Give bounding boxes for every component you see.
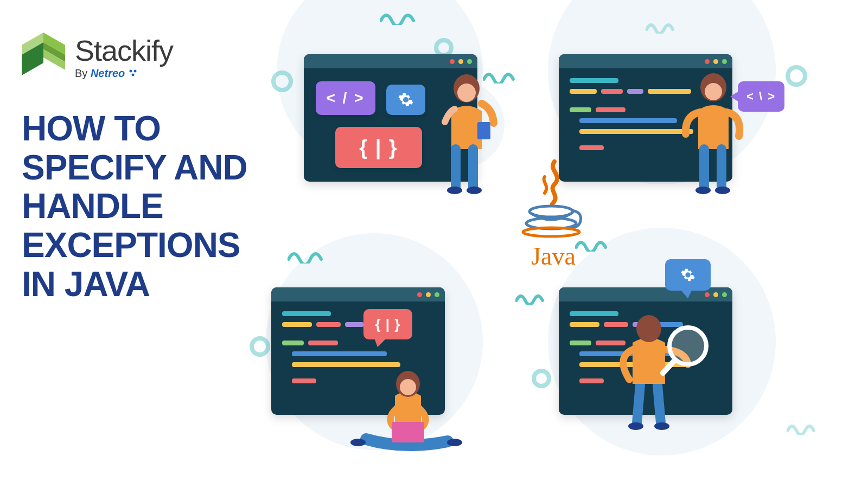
person-illustration (445, 73, 494, 187)
brand-byline: By Netreo (75, 67, 173, 80)
svg-point-27 (636, 315, 661, 342)
svg-point-32 (523, 228, 579, 236)
svg-point-15 (705, 83, 722, 100)
code-tag-badge: < / > (316, 81, 375, 115)
svg-point-25 (628, 422, 643, 430)
svg-marker-24 (680, 290, 692, 298)
braces-badge: { | } (335, 127, 422, 168)
svg-point-12 (467, 187, 482, 194)
svg-point-22 (350, 439, 366, 446)
gear-bubble (665, 259, 711, 291)
person-seated-illustration (347, 358, 456, 450)
brand-logo: Stackify By Netreo (22, 33, 250, 82)
netreo-dots-icon (129, 69, 139, 77)
svg-point-17 (715, 187, 730, 194)
svg-point-16 (695, 187, 711, 194)
svg-marker-18 (374, 338, 386, 347)
gear-badge (386, 85, 425, 115)
gear-icon (680, 267, 695, 282)
svg-rect-10 (477, 122, 490, 139)
close-tag-bubble: < \ > (738, 81, 784, 112)
svg-point-6 (133, 69, 136, 72)
stackify-mark-icon (22, 33, 65, 82)
person-magnifier-illustration (602, 304, 700, 428)
svg-point-23 (447, 439, 462, 446)
svg-point-11 (447, 187, 462, 194)
svg-point-5 (129, 69, 132, 72)
gear-icon (398, 92, 414, 108)
svg-rect-21 (392, 422, 424, 442)
svg-point-26 (654, 422, 669, 430)
brand-name: Stackify (75, 36, 173, 65)
java-wordmark: Java (510, 242, 597, 271)
svg-point-7 (131, 73, 134, 76)
svg-point-20 (400, 379, 416, 395)
hero-illustration: < / > { | } (255, 0, 852, 488)
java-logo: Java (510, 157, 597, 271)
java-cup-icon (521, 157, 586, 239)
page-title: HOW TO SPECIFY AND HANDLE EXCEPTIONS IN … (22, 110, 250, 304)
svg-point-9 (457, 84, 476, 102)
person-illustration (684, 73, 732, 187)
braces-bubble: { | } (363, 309, 412, 339)
